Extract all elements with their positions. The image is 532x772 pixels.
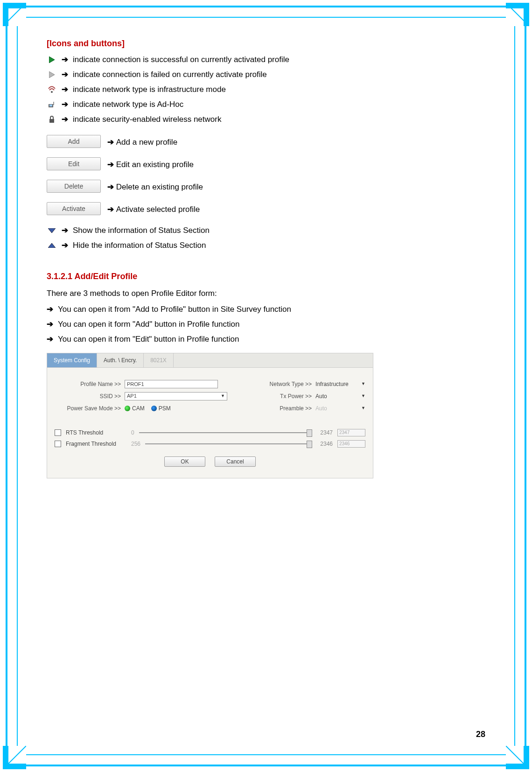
svg-point-2 xyxy=(51,91,53,93)
corner-br xyxy=(506,746,529,769)
svg-marker-0 xyxy=(49,56,55,63)
network-type-value[interactable]: Infrastructure xyxy=(315,380,357,388)
profile-name-label: Profile Name >> xyxy=(55,380,125,388)
svg-marker-8 xyxy=(48,243,56,248)
button-legend-row: Activate ➔ Activate selected profile xyxy=(47,202,485,215)
arrow-icon: ➔ xyxy=(62,54,68,66)
method-text: You can open it form "Add" button in Pro… xyxy=(58,318,239,330)
frag-min: 256 xyxy=(131,440,140,448)
legend-text: Hide the information of Status Section xyxy=(73,239,206,252)
ssid-label: SSID >> xyxy=(55,392,125,400)
legend-row: ➔ indicate connection is failed on curre… xyxy=(47,69,485,81)
rts-threshold-row: RTS Threshold 0 2347 2347 xyxy=(55,428,365,437)
infrastructure-icon xyxy=(47,85,57,94)
power-save-label: Power Save Mode >> xyxy=(55,404,125,413)
lock-icon xyxy=(47,115,57,124)
fragment-value-box[interactable]: 2346 xyxy=(337,440,365,448)
cam-radio[interactable]: CAM xyxy=(125,404,145,413)
rts-checkbox[interactable] xyxy=(55,429,61,436)
fragment-threshold-row: Fragment Threshold 256 2346 2346 xyxy=(55,440,365,448)
cancel-button[interactable]: Cancel xyxy=(215,456,256,467)
network-type-label: Network Type >> xyxy=(265,380,312,388)
legend-row: ➔ indicate network type is Ad-Hoc xyxy=(47,98,485,111)
power-save-row: Power Save Mode >> CAM PSM Preamble >> A… xyxy=(55,404,365,413)
preamble-value: Auto xyxy=(315,404,357,413)
delete-button[interactable]: Delete xyxy=(47,180,101,193)
add-button[interactable]: Add xyxy=(47,135,101,148)
arrow-icon: ➔ xyxy=(62,98,68,111)
page-content: [Icons and buttons] ➔ indicate connectio… xyxy=(47,37,485,478)
add-edit-profile-heading: 3.1.2.1 Add/Edit Profile xyxy=(47,270,485,283)
activate-button[interactable]: Activate xyxy=(47,202,101,215)
adhoc-icon xyxy=(47,100,57,109)
button-desc: Activate selected profile xyxy=(116,204,200,216)
button-legend-row: Delete ➔ Delete an existing profile xyxy=(47,180,485,193)
corner-bl xyxy=(3,746,26,769)
svg-rect-6 xyxy=(49,119,54,123)
rts-min: 0 xyxy=(131,428,134,437)
profile-editor: System Config Auth. \ Encry. 8021X Profi… xyxy=(47,353,373,478)
fragment-checkbox[interactable] xyxy=(55,441,61,447)
button-legend-row: Edit ➔ Edit an existing profile xyxy=(47,157,485,170)
arrow-icon: ➔ xyxy=(62,84,68,96)
legend-text: indicate network type is Ad-Hoc xyxy=(73,98,183,111)
arrow-icon: ➔ xyxy=(107,136,114,148)
icons-buttons-heading: [Icons and buttons] xyxy=(47,37,485,50)
arrow-icon: ➔ xyxy=(47,333,53,345)
legend-row: ➔ Hide the information of Status Section xyxy=(47,239,485,252)
preamble-label: Preamble >> xyxy=(265,404,312,413)
legend-row: ➔ indicate network type is infrastructur… xyxy=(47,84,485,96)
legend-text: Show the information of Status Section xyxy=(73,225,210,237)
legend-text: indicate connection is failed on current… xyxy=(73,69,267,81)
svg-rect-4 xyxy=(49,105,52,106)
page-number: 28 xyxy=(476,730,485,739)
intro-text: There are 3 methods to open Profile Edit… xyxy=(47,288,485,300)
method-row: ➔ You can open it form "Add" button in P… xyxy=(47,318,485,330)
arrow-icon: ➔ xyxy=(47,318,53,330)
button-desc: Add a new profile xyxy=(116,136,177,148)
fragment-slider[interactable] xyxy=(145,443,309,444)
legend-row: ➔ indicate connection is successful on c… xyxy=(47,54,485,66)
method-row: ➔ You can open it from "Edit" button in … xyxy=(47,333,485,345)
svg-marker-1 xyxy=(49,71,55,78)
dropdown-icon: ▼ xyxy=(361,405,365,412)
legend-text: indicate connection is successful on cur… xyxy=(73,54,289,66)
editor-body: Profile Name >> PROF1 Network Type >> In… xyxy=(47,368,373,478)
button-desc: Edit an existing profile xyxy=(116,159,194,171)
tabs: System Config Auth. \ Encry. 8021X xyxy=(47,353,373,368)
arrow-icon: ➔ xyxy=(107,204,114,216)
edit-button[interactable]: Edit xyxy=(47,157,101,170)
legend-text: indicate security-enabled wireless netwo… xyxy=(73,113,221,126)
rts-label: RTS Threshold xyxy=(66,428,126,437)
dropdown-icon[interactable]: ▼ xyxy=(361,393,365,400)
corner-tr xyxy=(506,3,529,26)
rts-slider[interactable] xyxy=(139,432,309,433)
arrow-icon: ➔ xyxy=(62,239,68,252)
tab-auth-encry[interactable]: Auth. \ Encry. xyxy=(97,353,144,367)
psm-radio[interactable]: PSM xyxy=(151,404,171,413)
chevron-up-icon xyxy=(47,243,57,248)
play-icon-grey xyxy=(47,71,57,78)
svg-marker-7 xyxy=(48,228,56,233)
ssid-select[interactable]: AP1 ▼ xyxy=(125,392,227,400)
corner-tl xyxy=(3,3,26,26)
tx-power-value[interactable]: Auto xyxy=(315,392,357,400)
chevron-down-icon xyxy=(47,228,57,233)
rts-value-box[interactable]: 2347 xyxy=(337,429,365,436)
ssid-row: SSID >> AP1 ▼ Tx Power >> Auto ▼ xyxy=(55,392,365,400)
tab-8021x[interactable]: 8021X xyxy=(144,353,174,367)
rts-max: 2347 xyxy=(314,428,333,437)
ssid-value: AP1 xyxy=(127,392,137,400)
arrow-icon: ➔ xyxy=(62,225,68,237)
button-legend-row: Add ➔ Add a new profile xyxy=(47,135,485,148)
arrow-icon: ➔ xyxy=(62,113,68,126)
tx-power-label: Tx Power >> xyxy=(265,392,312,400)
arrow-icon: ➔ xyxy=(107,159,114,171)
ok-button[interactable]: OK xyxy=(164,456,205,467)
legend-row: ➔ indicate security-enabled wireless net… xyxy=(47,113,485,126)
dropdown-icon[interactable]: ▼ xyxy=(361,381,365,387)
profile-name-input[interactable]: PROF1 xyxy=(125,380,218,388)
method-text: You can open it from "Add to Profile" bu… xyxy=(58,303,291,316)
tab-system-config[interactable]: System Config xyxy=(47,353,97,367)
legend-text: indicate network type is infrastructure … xyxy=(73,84,226,96)
